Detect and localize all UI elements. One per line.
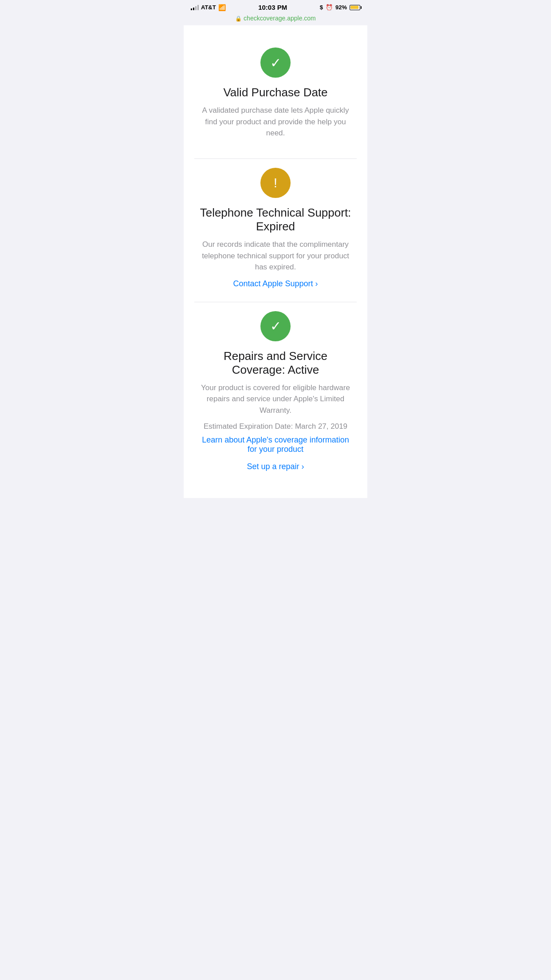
wifi-icon: 📶 <box>218 4 226 11</box>
telephone-support-description: Our records indicate that the compliment… <box>199 239 352 273</box>
contact-apple-support-link[interactable]: Contact Apple Support › <box>233 279 318 288</box>
repairs-coverage-title: Repairs and Service Coverage: Active <box>199 349 352 377</box>
battery-icon <box>350 5 360 10</box>
valid-purchase-section: Valid Purchase Date A validated purchase… <box>194 39 357 159</box>
checkmark-icon-2 <box>270 318 281 334</box>
repairs-coverage-icon <box>260 311 291 341</box>
telephone-support-icon <box>260 168 291 198</box>
time-label: 10:03 PM <box>258 4 287 11</box>
valid-purchase-title: Valid Purchase Date <box>199 86 352 99</box>
status-bar: AT&T 📶 10:03 PM $ ⏰ 92% <box>184 0 367 13</box>
carrier-label: AT&T <box>201 4 216 11</box>
location-icon: $ <box>320 4 323 11</box>
signal-bars-icon <box>191 5 199 10</box>
checkmark-icon <box>270 55 281 71</box>
battery-percent: 92% <box>335 4 347 11</box>
repairs-coverage-description: Your product is covered for eligible har… <box>199 382 352 416</box>
repairs-coverage-section: Repairs and Service Coverage: Active You… <box>194 302 357 485</box>
valid-purchase-icon <box>260 47 291 78</box>
main-content: Valid Purchase Date A validated purchase… <box>184 25 367 498</box>
telephone-support-section: Telephone Technical Support: Expired Our… <box>194 159 357 302</box>
learn-coverage-link[interactable]: Learn about Apple's coverage information… <box>202 435 349 454</box>
expiration-date: Estimated Expiration Date: March 27, 201… <box>199 422 352 431</box>
alarm-icon: ⏰ <box>326 4 333 11</box>
address-bar: 🔒 checkcoverage.apple.com <box>184 13 367 25</box>
url-label: checkcoverage.apple.com <box>244 15 316 22</box>
exclaim-icon <box>274 174 277 191</box>
set-up-repair-link[interactable]: Set up a repair › <box>247 462 304 471</box>
status-left: AT&T 📶 <box>191 4 226 11</box>
lock-icon: 🔒 <box>235 16 242 22</box>
telephone-support-title: Telephone Technical Support: Expired <box>199 206 352 233</box>
status-right: $ ⏰ 92% <box>320 4 360 11</box>
valid-purchase-description: A validated purchase date lets Apple qui… <box>199 105 352 139</box>
